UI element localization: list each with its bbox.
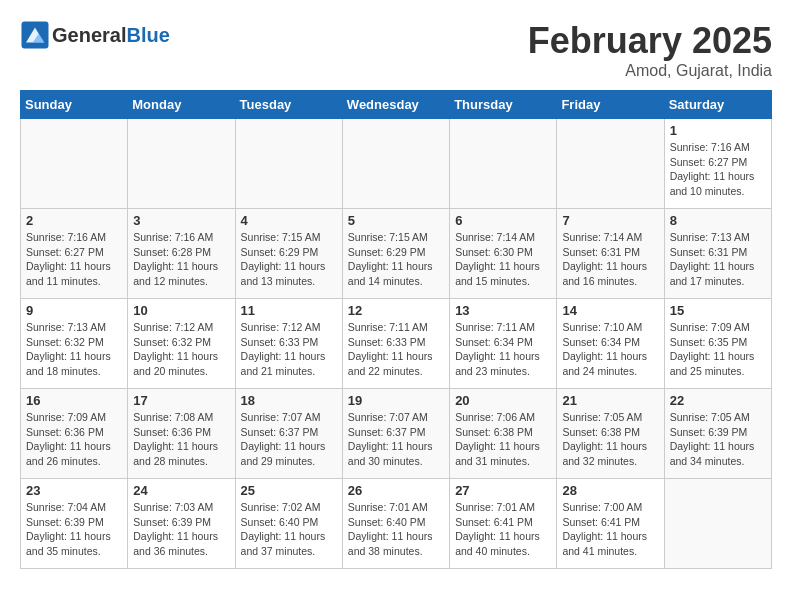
day-info: Sunrise: 7:00 AM Sunset: 6:41 PM Dayligh… — [562, 500, 658, 559]
calendar-cell: 9Sunrise: 7:13 AM Sunset: 6:32 PM Daylig… — [21, 299, 128, 389]
calendar: SundayMondayTuesdayWednesdayThursdayFrid… — [20, 90, 772, 569]
calendar-cell — [664, 479, 771, 569]
day-info: Sunrise: 7:03 AM Sunset: 6:39 PM Dayligh… — [133, 500, 229, 559]
day-number: 7 — [562, 213, 658, 228]
calendar-cell: 6Sunrise: 7:14 AM Sunset: 6:30 PM Daylig… — [450, 209, 557, 299]
day-number: 6 — [455, 213, 551, 228]
calendar-cell: 10Sunrise: 7:12 AM Sunset: 6:32 PM Dayli… — [128, 299, 235, 389]
day-info: Sunrise: 7:16 AM Sunset: 6:27 PM Dayligh… — [670, 140, 766, 199]
weekday-header-row: SundayMondayTuesdayWednesdayThursdayFrid… — [21, 91, 772, 119]
day-info: Sunrise: 7:15 AM Sunset: 6:29 PM Dayligh… — [241, 230, 337, 289]
day-number: 18 — [241, 393, 337, 408]
location: Amod, Gujarat, India — [528, 62, 772, 80]
calendar-cell: 18Sunrise: 7:07 AM Sunset: 6:37 PM Dayli… — [235, 389, 342, 479]
calendar-cell — [450, 119, 557, 209]
calendar-cell: 2Sunrise: 7:16 AM Sunset: 6:27 PM Daylig… — [21, 209, 128, 299]
day-info: Sunrise: 7:02 AM Sunset: 6:40 PM Dayligh… — [241, 500, 337, 559]
calendar-cell: 8Sunrise: 7:13 AM Sunset: 6:31 PM Daylig… — [664, 209, 771, 299]
calendar-week-4: 16Sunrise: 7:09 AM Sunset: 6:36 PM Dayli… — [21, 389, 772, 479]
calendar-cell: 4Sunrise: 7:15 AM Sunset: 6:29 PM Daylig… — [235, 209, 342, 299]
day-number: 28 — [562, 483, 658, 498]
day-info: Sunrise: 7:06 AM Sunset: 6:38 PM Dayligh… — [455, 410, 551, 469]
calendar-cell — [342, 119, 449, 209]
day-info: Sunrise: 7:13 AM Sunset: 6:32 PM Dayligh… — [26, 320, 122, 379]
logo: GeneralBlue — [20, 20, 170, 50]
day-number: 20 — [455, 393, 551, 408]
weekday-header-monday: Monday — [128, 91, 235, 119]
calendar-cell: 14Sunrise: 7:10 AM Sunset: 6:34 PM Dayli… — [557, 299, 664, 389]
day-info: Sunrise: 7:14 AM Sunset: 6:31 PM Dayligh… — [562, 230, 658, 289]
weekday-header-wednesday: Wednesday — [342, 91, 449, 119]
calendar-cell: 17Sunrise: 7:08 AM Sunset: 6:36 PM Dayli… — [128, 389, 235, 479]
calendar-week-2: 2Sunrise: 7:16 AM Sunset: 6:27 PM Daylig… — [21, 209, 772, 299]
day-number: 17 — [133, 393, 229, 408]
day-number: 4 — [241, 213, 337, 228]
day-info: Sunrise: 7:09 AM Sunset: 6:36 PM Dayligh… — [26, 410, 122, 469]
calendar-week-1: 1Sunrise: 7:16 AM Sunset: 6:27 PM Daylig… — [21, 119, 772, 209]
calendar-week-5: 23Sunrise: 7:04 AM Sunset: 6:39 PM Dayli… — [21, 479, 772, 569]
day-info: Sunrise: 7:05 AM Sunset: 6:38 PM Dayligh… — [562, 410, 658, 469]
calendar-cell: 21Sunrise: 7:05 AM Sunset: 6:38 PM Dayli… — [557, 389, 664, 479]
day-number: 16 — [26, 393, 122, 408]
day-info: Sunrise: 7:08 AM Sunset: 6:36 PM Dayligh… — [133, 410, 229, 469]
day-info: Sunrise: 7:13 AM Sunset: 6:31 PM Dayligh… — [670, 230, 766, 289]
day-info: Sunrise: 7:11 AM Sunset: 6:34 PM Dayligh… — [455, 320, 551, 379]
calendar-cell — [21, 119, 128, 209]
day-number: 12 — [348, 303, 444, 318]
calendar-cell: 25Sunrise: 7:02 AM Sunset: 6:40 PM Dayli… — [235, 479, 342, 569]
day-info: Sunrise: 7:16 AM Sunset: 6:27 PM Dayligh… — [26, 230, 122, 289]
day-info: Sunrise: 7:05 AM Sunset: 6:39 PM Dayligh… — [670, 410, 766, 469]
calendar-cell: 3Sunrise: 7:16 AM Sunset: 6:28 PM Daylig… — [128, 209, 235, 299]
weekday-header-friday: Friday — [557, 91, 664, 119]
day-info: Sunrise: 7:12 AM Sunset: 6:32 PM Dayligh… — [133, 320, 229, 379]
weekday-header-thursday: Thursday — [450, 91, 557, 119]
calendar-cell: 12Sunrise: 7:11 AM Sunset: 6:33 PM Dayli… — [342, 299, 449, 389]
day-info: Sunrise: 7:15 AM Sunset: 6:29 PM Dayligh… — [348, 230, 444, 289]
calendar-cell: 15Sunrise: 7:09 AM Sunset: 6:35 PM Dayli… — [664, 299, 771, 389]
day-number: 1 — [670, 123, 766, 138]
day-number: 26 — [348, 483, 444, 498]
logo-icon — [20, 20, 50, 50]
day-info: Sunrise: 7:07 AM Sunset: 6:37 PM Dayligh… — [348, 410, 444, 469]
calendar-cell: 26Sunrise: 7:01 AM Sunset: 6:40 PM Dayli… — [342, 479, 449, 569]
day-number: 8 — [670, 213, 766, 228]
calendar-cell: 16Sunrise: 7:09 AM Sunset: 6:36 PM Dayli… — [21, 389, 128, 479]
day-info: Sunrise: 7:14 AM Sunset: 6:30 PM Dayligh… — [455, 230, 551, 289]
calendar-cell: 5Sunrise: 7:15 AM Sunset: 6:29 PM Daylig… — [342, 209, 449, 299]
calendar-cell: 23Sunrise: 7:04 AM Sunset: 6:39 PM Dayli… — [21, 479, 128, 569]
calendar-cell: 27Sunrise: 7:01 AM Sunset: 6:41 PM Dayli… — [450, 479, 557, 569]
day-number: 3 — [133, 213, 229, 228]
day-number: 9 — [26, 303, 122, 318]
day-info: Sunrise: 7:07 AM Sunset: 6:37 PM Dayligh… — [241, 410, 337, 469]
day-number: 22 — [670, 393, 766, 408]
day-info: Sunrise: 7:09 AM Sunset: 6:35 PM Dayligh… — [670, 320, 766, 379]
day-number: 23 — [26, 483, 122, 498]
day-number: 25 — [241, 483, 337, 498]
day-info: Sunrise: 7:04 AM Sunset: 6:39 PM Dayligh… — [26, 500, 122, 559]
calendar-cell: 7Sunrise: 7:14 AM Sunset: 6:31 PM Daylig… — [557, 209, 664, 299]
day-number: 27 — [455, 483, 551, 498]
day-number: 24 — [133, 483, 229, 498]
day-number: 21 — [562, 393, 658, 408]
day-info: Sunrise: 7:01 AM Sunset: 6:41 PM Dayligh… — [455, 500, 551, 559]
day-info: Sunrise: 7:16 AM Sunset: 6:28 PM Dayligh… — [133, 230, 229, 289]
day-number: 11 — [241, 303, 337, 318]
day-number: 13 — [455, 303, 551, 318]
weekday-header-sunday: Sunday — [21, 91, 128, 119]
month-title: February 2025 — [528, 20, 772, 62]
day-number: 2 — [26, 213, 122, 228]
calendar-cell — [235, 119, 342, 209]
calendar-week-3: 9Sunrise: 7:13 AM Sunset: 6:32 PM Daylig… — [21, 299, 772, 389]
day-info: Sunrise: 7:12 AM Sunset: 6:33 PM Dayligh… — [241, 320, 337, 379]
day-number: 19 — [348, 393, 444, 408]
day-info: Sunrise: 7:01 AM Sunset: 6:40 PM Dayligh… — [348, 500, 444, 559]
calendar-cell: 1Sunrise: 7:16 AM Sunset: 6:27 PM Daylig… — [664, 119, 771, 209]
weekday-header-tuesday: Tuesday — [235, 91, 342, 119]
day-info: Sunrise: 7:11 AM Sunset: 6:33 PM Dayligh… — [348, 320, 444, 379]
day-number: 5 — [348, 213, 444, 228]
calendar-cell: 13Sunrise: 7:11 AM Sunset: 6:34 PM Dayli… — [450, 299, 557, 389]
title-block: February 2025 Amod, Gujarat, India — [528, 20, 772, 80]
day-number: 14 — [562, 303, 658, 318]
calendar-cell — [557, 119, 664, 209]
weekday-header-saturday: Saturday — [664, 91, 771, 119]
